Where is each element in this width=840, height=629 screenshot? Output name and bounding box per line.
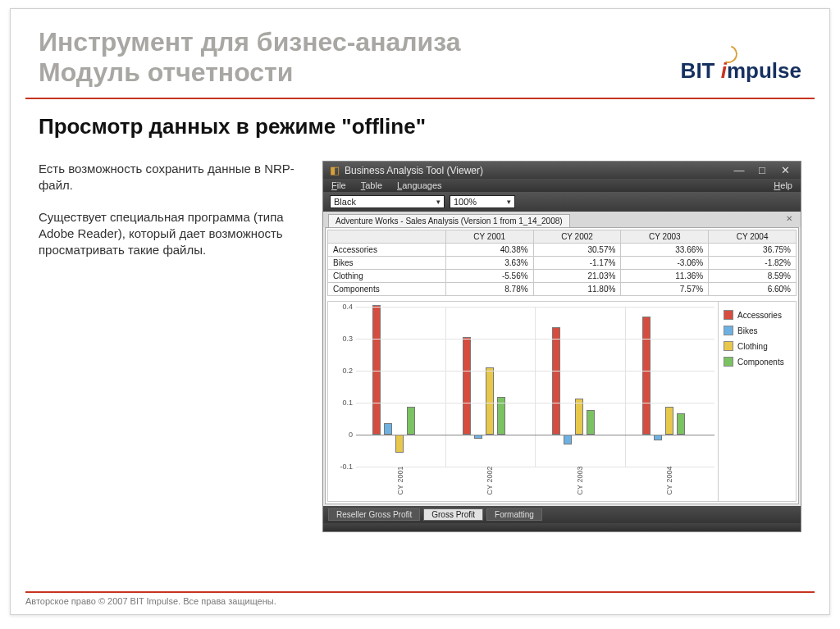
chart-legend: AccessoriesBikesClothingComponents [718,302,796,501]
chart-bar-groups [356,307,714,467]
chevron-down-icon: ▾ [436,198,441,206]
chart-bar [384,423,392,435]
document-tab[interactable]: Adventure Works - Sales Analysis (Versio… [328,214,570,227]
table-header[interactable]: CY 2001 [445,230,533,244]
chart-bar-group [535,307,625,467]
slide-subtitle: Просмотр данных в режиме "offline" [11,99,829,144]
chart-bar-group [625,307,715,467]
table-cell: 36.75% [709,244,797,257]
table-cell: 3.63% [445,257,533,270]
table-row[interactable]: Accessories40.38%30.57%33.66%36.75% [328,244,797,257]
chevron-down-icon: ▾ [507,198,511,206]
table-cell: -5.56% [445,270,533,283]
zoom-select-value: 100% [454,197,477,207]
y-tick-label: 0 [349,431,353,439]
chart-plot: -0.100.10.20.30.4 [356,307,714,467]
table-row[interactable]: Bikes3.63%-1.17%-3.06%-1.82% [328,257,797,270]
menu-languages[interactable]: Languages [397,180,441,190]
x-tick-label: CY 2003 [536,467,625,499]
table-cell: 30.57% [533,244,621,257]
y-tick-label: 0.1 [342,399,353,407]
menu-file[interactable]: File [331,180,346,190]
maximize-button[interactable]: □ [753,164,771,176]
slide-footer: Авторское право © 2007 BIT Impulse. Все … [25,591,815,606]
table-row[interactable]: Clothing-5.56%21.03%11.36%8.59% [328,270,797,283]
legend-label: Clothing [737,342,768,351]
legend-item: Clothing [724,341,791,351]
menu-table[interactable]: Table [361,180,382,190]
table-cell: 7.57% [621,283,709,296]
chart-bar [564,435,572,444]
document-tab-label: Adventure Works - Sales Analysis (Versio… [336,217,563,226]
table-header[interactable]: CY 2002 [533,230,621,244]
theme-select[interactable]: Black ▾ [330,195,445,208]
chart-bar-group [445,307,536,467]
chart-bar [395,435,404,453]
table-header[interactable]: CY 2004 [709,230,797,244]
table-cell: -1.17% [533,257,621,270]
bottom-tab-reseller[interactable]: Reseller Gross Profit [328,508,420,521]
table-cell: -1.82% [709,257,797,270]
legend-swatch [724,341,733,351]
logo-bit: BIT [681,58,715,83]
slide-title-line1: Инструмент для бизнес-анализа [39,27,801,57]
table-cell: 33.66% [621,244,709,257]
document-tab-strip: Adventure Works - Sales Analysis (Versio… [323,212,801,227]
legend-swatch [724,326,733,335]
x-tick-label: CY 2002 [445,467,535,499]
chart-bar [587,410,595,435]
logo-mpulse: mpulse [727,58,801,83]
title-block: Инструмент для бизнес-анализа Модуль отч… [11,9,829,94]
minimize-button[interactable]: — [730,164,748,176]
table-header[interactable] [328,230,446,244]
paragraph-1: Есть возможность сохранить данные в NRP-… [39,161,309,194]
legend-label: Accessories [737,311,782,320]
app-window: ◧ Business Analysis Tool (Viewer) — □ ✕ … [322,161,801,532]
table-row-label: Bikes [328,257,446,270]
status-bar [323,523,801,531]
bottom-tab-formatting[interactable]: Formatting [486,508,542,521]
content-area: Есть возможность сохранить данные в NRP-… [11,144,829,532]
chart-bar [463,337,471,435]
close-button[interactable]: ✕ [776,164,794,176]
legend-label: Bikes [737,326,757,335]
text-column: Есть возможность сохранить данные в NRP-… [39,161,309,532]
table-cell: -3.06% [621,257,709,270]
chart-bar [575,399,583,435]
legend-label: Components [737,358,784,367]
legend-item: Components [724,357,791,367]
table-row-label: Accessories [328,244,446,257]
chart-y-axis: -0.100.10.20.30.4 [331,307,353,467]
data-table: CY 2001CY 2002CY 2003CY 2004 Accessories… [327,230,797,296]
chart-bar-group [356,307,445,467]
zoom-select[interactable]: 100% ▾ [450,195,515,208]
x-tick-label: CY 2004 [625,467,714,499]
chart-bar [677,413,685,435]
chart-bar [654,435,662,440]
bottom-tab-gross-profit[interactable]: Gross Profit [423,508,483,521]
legend-item: Bikes [724,326,791,335]
legend-swatch [724,310,733,320]
y-tick-label: 0.3 [342,335,353,343]
tab-close-icon[interactable]: ✕ [786,214,792,223]
toolbar: Black ▾ 100% ▾ [323,192,801,212]
table-row-label: Clothing [328,270,446,283]
window-title: Business Analysis Tool (Viewer) [345,165,483,176]
logo-i-icon: i [721,58,727,84]
y-tick-label: 0.4 [342,303,353,311]
brand-logo: BIT impulse [681,58,801,84]
x-tick-label: CY 2001 [356,467,445,499]
table-row[interactable]: Components8.78%11.80%7.57%6.60% [328,283,797,296]
chart-x-labels: CY 2001CY 2002CY 2003CY 2004 [356,467,714,499]
table-cell: 8.78% [445,283,533,296]
table-header[interactable]: CY 2003 [621,230,709,244]
window-titlebar[interactable]: ◧ Business Analysis Tool (Viewer) — □ ✕ [323,162,801,179]
legend-item: Accessories [724,310,791,320]
menu-help[interactable]: Help [774,180,792,190]
paragraph-2: Существует специальная программа (типа A… [39,209,309,259]
slide-frame: Инструмент для бизнес-анализа Модуль отч… [10,8,830,615]
bottom-tab-strip: Reseller Gross Profit Gross Profit Forma… [323,506,801,523]
table-cell: 8.59% [709,270,797,283]
app-icon: ◧ [330,164,340,176]
y-tick-label: 0.2 [342,367,353,375]
